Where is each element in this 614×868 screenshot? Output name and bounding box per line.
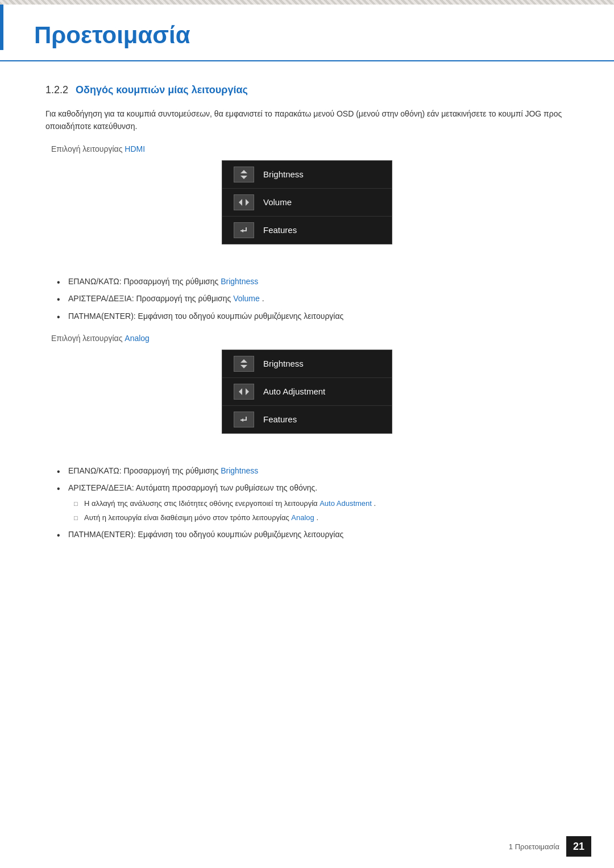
intro-paragraph: Για καθοδήγηση για τα κουμπιά συντομεύσε… — [45, 107, 569, 133]
osd-features-label-hdmi: Features — [263, 225, 297, 235]
osd-auto-adjustment-label: Auto Adjustment — [263, 387, 325, 396]
section-heading: 1.2.2 Οδηγός κουμπιών μίας λειτουργίας — [45, 84, 569, 96]
page: Προετοιμασία 1.2.2 Οδηγός κουμπιών μίας … — [0, 0, 614, 868]
osd-row-auto-adjustment: Auto Adjustment — [222, 378, 392, 406]
hdmi-bullet-3: ΠΑΤΗΜΑ(ENTER): Εμφάνιση του οδηγού κουμπ… — [57, 310, 569, 322]
up-down-icon-analog — [234, 356, 254, 372]
analog-sub-bullet-1: Η αλλαγή της ανάλυσης στις Ιδιότητες οθό… — [74, 498, 569, 510]
svg-marker-4 — [240, 229, 243, 232]
hdmi-osd-menu: Brightness Volume — [222, 160, 392, 244]
osd-brightness-label-hdmi: Brightness — [263, 169, 304, 179]
header-section: Προετοιμασία — [0, 5, 614, 61]
enter-icon-analog — [234, 412, 254, 427]
osd-row-brightness-hdmi: Brightness — [222, 161, 392, 189]
hdmi-bullet-2: ΑΡΙΣΤΕΡΑ/ΔΕΞΙΑ: Προσαρμογή της ρύθμισης … — [57, 292, 569, 305]
svg-marker-5 — [240, 359, 247, 363]
osd-row-features-analog: Features — [222, 406, 392, 433]
svg-marker-2 — [239, 199, 242, 206]
hdmi-bullet-list: ΕΠΑΝΩ/ΚΑΤΩ: Προσαρμογή της ρύθμισης Brig… — [57, 275, 569, 322]
osd-volume-label: Volume — [263, 197, 292, 207]
osd-row-volume: Volume — [222, 189, 392, 217]
hdmi-bullet-1: ΕΠΑΝΩ/ΚΑΤΩ: Προσαρμογή της ρύθμισης Brig… — [57, 275, 569, 288]
analog-sub-bullets: Η αλλαγή της ανάλυσης στις Ιδιότητες οθό… — [74, 498, 569, 524]
page-title: Προετοιμασία — [34, 22, 580, 49]
top-decorative-bar — [0, 0, 614, 5]
section-title-text: Οδηγός κουμπιών μίας λειτουργίας — [76, 84, 248, 95]
enter-icon-hdmi — [234, 222, 254, 238]
analog-bullet-1: ΕΠΑΝΩ/ΚΑΤΩ: Προσαρμογή της ρύθμισης Brig… — [57, 464, 569, 477]
hdmi-highlight: HDMI — [125, 144, 145, 153]
hdmi-osd-container: Brightness Volume — [45, 160, 569, 261]
svg-marker-0 — [240, 170, 247, 173]
analog-bullet-list: ΕΠΑΝΩ/ΚΑΤΩ: Προσαρμογή της ρύθμισης Brig… — [57, 464, 569, 541]
hdmi-label: Επιλογή λειτουργίας HDMI — [45, 144, 569, 153]
analog-osd-menu: Brightness Auto Adjustment — [222, 350, 392, 434]
blue-accent-bar — [0, 5, 3, 50]
svg-marker-9 — [240, 418, 243, 422]
osd-features-label-analog: Features — [263, 414, 297, 424]
svg-marker-1 — [240, 176, 247, 179]
up-down-icon-hdmi — [234, 167, 254, 182]
analog-label: Επιλογή λειτουργίας Analog — [45, 334, 569, 343]
analog-bullet-2: ΑΡΙΣΤΕΡΑ/ΔΕΞΙΑ: Αυτόματη προσαρμογή των … — [57, 481, 569, 524]
svg-marker-6 — [240, 365, 247, 368]
section-number: 1.2.2 — [45, 84, 68, 95]
svg-marker-7 — [239, 388, 242, 395]
osd-brightness-label-analog: Brightness — [263, 359, 304, 368]
main-content: 1.2.2 Οδηγός κουμπιών μίας λειτουργίας Γ… — [0, 61, 614, 598]
analog-highlight: Analog — [125, 334, 150, 343]
osd-row-brightness-analog: Brightness — [222, 350, 392, 378]
osd-row-features-hdmi: Features — [222, 217, 392, 244]
footer: 1 Προετοιμασία 21 — [509, 836, 591, 857]
footer-page-number: 21 — [566, 836, 591, 857]
left-right-icon-volume — [234, 194, 254, 210]
footer-section-label: 1 Προετοιμασία — [509, 842, 559, 851]
svg-marker-3 — [246, 199, 249, 206]
svg-marker-8 — [246, 388, 249, 395]
analog-osd-container: Brightness Auto Adjustment — [45, 350, 569, 451]
analog-bullet-3: ΠΑΤΗΜΑ(ENTER): Εμφάνιση του οδηγού κουμπ… — [57, 528, 569, 541]
left-right-icon-auto — [234, 384, 254, 400]
analog-sub-bullet-2: Αυτή η λειτουργία είναι διαθέσιμη μόνο σ… — [74, 512, 569, 524]
